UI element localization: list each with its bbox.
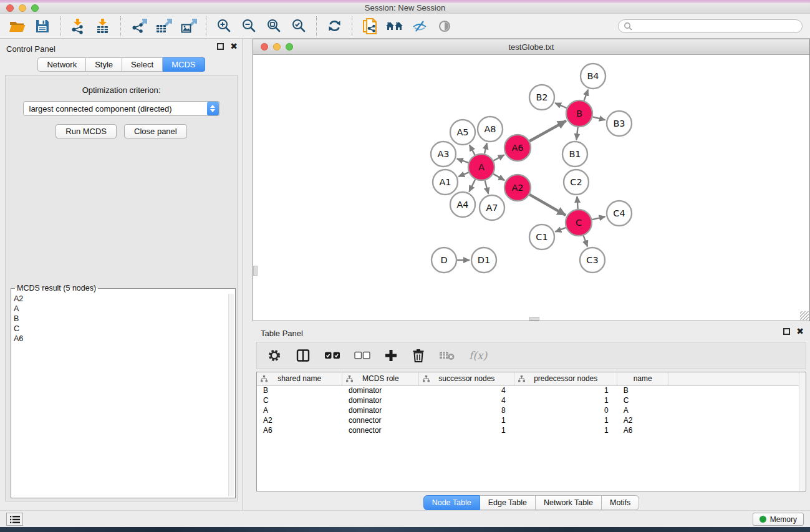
tab-edge-table[interactable]: Edge Table [480, 495, 536, 510]
graph-edge-A-A6[interactable] [493, 155, 504, 160]
result-item: B [14, 314, 235, 324]
graph-edge-A-A4[interactable] [469, 180, 475, 192]
graph-edge-C-C1[interactable] [555, 228, 566, 232]
refresh-icon [327, 18, 342, 34]
network-canvas[interactable]: B4B2BB3A5A8A6A3B1AA1C2A2A4A7C4CC1DD1C3 [253, 55, 809, 321]
cell-mcds-role: dominator [342, 385, 419, 395]
graph-edge-A2-C[interactable] [529, 195, 566, 215]
criterion-dropdown[interactable]: largest connected component (directed) [23, 101, 220, 116]
graph-edge-B-B1[interactable] [576, 127, 577, 140]
eye-icon [437, 19, 452, 34]
float-panel-icon[interactable] [783, 328, 790, 335]
tab-node-table[interactable]: Node Table [423, 495, 480, 510]
checked-boxes-icon [324, 351, 340, 360]
tab-style[interactable]: Style [86, 57, 122, 72]
tab-network-table[interactable]: Network Table [536, 495, 602, 510]
graph-edge-A-A3[interactable] [457, 158, 468, 162]
task-history-button[interactable] [6, 513, 23, 526]
search-field[interactable] [618, 19, 803, 33]
splitter-grip[interactable] [529, 317, 539, 321]
table-row[interactable]: Cdominator41C [257, 395, 806, 405]
table-row[interactable]: Bdominator41B [257, 385, 806, 395]
zoom-fit-button[interactable] [261, 16, 286, 37]
export-image-button[interactable] [176, 16, 201, 37]
network-from-file-button[interactable] [357, 16, 382, 37]
deselect-all-columns-button[interactable] [354, 351, 370, 360]
scrollbar[interactable] [799, 372, 806, 491]
column-header-mcds-role[interactable]: MCDS role [342, 372, 419, 385]
column-type-icon [346, 375, 353, 382]
add-column-button[interactable] [384, 349, 398, 362]
table-settings-button[interactable] [267, 348, 282, 363]
show-all-button[interactable] [432, 16, 457, 37]
trash-icon [412, 348, 425, 363]
graph-edge-B-B3[interactable] [592, 117, 605, 120]
graph-node-label: C3 [586, 255, 598, 265]
search-icon [624, 22, 632, 31]
home-neighbors-button[interactable] [382, 16, 407, 37]
mcds-tab-content: Optimization criterion: largest connecte… [5, 75, 238, 501]
search-input[interactable] [635, 22, 797, 31]
function-builder-button[interactable]: f(x) [469, 349, 487, 362]
graph-edge-A6-B[interactable] [529, 121, 566, 142]
cell-name: A2 [617, 415, 668, 425]
graph-edge-A-A5[interactable] [470, 145, 475, 155]
export-table-button[interactable] [151, 16, 176, 37]
cell-predecessor-nodes: 0 [514, 405, 617, 415]
memory-button[interactable]: Memory [753, 513, 804, 526]
save-session-button[interactable] [30, 16, 55, 37]
tab-select[interactable]: Select [122, 57, 163, 72]
delete-table-button[interactable] [439, 350, 455, 361]
resize-grip-icon[interactable] [800, 311, 809, 320]
cell-successor-nodes: 4 [419, 385, 514, 395]
graph-edge-A-A7[interactable] [485, 180, 489, 193]
table-row[interactable]: Adominator80A [257, 405, 806, 415]
zoom-selected-button[interactable] [286, 16, 311, 37]
column-header-successor-nodes[interactable]: successor nodes [419, 372, 514, 385]
split-view-button[interactable] [296, 348, 311, 363]
close-panel-button[interactable]: Close panel [124, 124, 187, 138]
graph-node-label: A2 [511, 183, 523, 193]
table-tabs: Node Table Edge Table Network Table Moti… [253, 495, 810, 510]
close-panel-icon[interactable]: ✖ [230, 43, 238, 50]
mcds-result-box: MCDS result (5 nodes) A2ABCA6 [11, 284, 236, 498]
table-row[interactable]: A6connector11A6 [257, 425, 806, 435]
graph-edge-A-A2[interactable] [493, 174, 504, 180]
export-network-button[interactable] [126, 16, 151, 37]
graph-edge-C-C2[interactable] [577, 196, 577, 209]
hide-selected-button[interactable] [407, 16, 432, 37]
refresh-button[interactable] [322, 16, 347, 37]
toolbar-separator [206, 16, 206, 36]
column-type-icon [518, 375, 525, 382]
delete-column-button[interactable] [412, 348, 425, 363]
graph-edge-A-A1[interactable] [458, 172, 468, 177]
splitter-grip[interactable] [253, 266, 258, 276]
network-view-window: testGlobe.txt B4B2BB3A5A8A6A3B1AA1C2A2A4… [253, 39, 810, 321]
graph-edge-C-C3[interactable] [584, 236, 588, 247]
export-image-icon [180, 18, 197, 34]
graph-edge-A-A8[interactable] [485, 143, 487, 153]
graph-edge-B-B4[interactable] [584, 90, 589, 101]
tab-motifs[interactable]: Motifs [602, 495, 639, 510]
tab-network[interactable]: Network [37, 57, 86, 72]
import-table-button[interactable] [90, 16, 115, 37]
import-network-button[interactable] [65, 16, 90, 37]
run-mcds-button[interactable]: Run MCDS [55, 124, 117, 138]
column-header-name[interactable]: name [617, 372, 668, 385]
graph-edge-B-B2[interactable] [555, 103, 567, 108]
scrollbar[interactable] [228, 294, 234, 496]
zoom-out-button[interactable] [236, 16, 261, 37]
select-all-columns-button[interactable] [324, 351, 340, 360]
column-header-shared-name[interactable]: shared name [257, 372, 342, 385]
tab-mcds[interactable]: MCDS [163, 57, 205, 72]
graph-edge-C-C4[interactable] [592, 216, 605, 220]
mcds-result-title: MCDS result (5 nodes) [15, 284, 98, 293]
open-file-button[interactable] [5, 16, 30, 37]
column-header-predecessor-nodes[interactable]: predecessor nodes [514, 372, 617, 385]
zoom-in-button[interactable] [211, 16, 236, 37]
float-panel-icon[interactable] [217, 43, 224, 50]
table-header: shared nameMCDS rolesuccessor nodesprede… [257, 372, 806, 385]
table-row[interactable]: A2connector11A2 [257, 415, 806, 425]
close-panel-icon[interactable]: ✖ [796, 328, 804, 335]
graph-node-label: A [478, 162, 485, 172]
